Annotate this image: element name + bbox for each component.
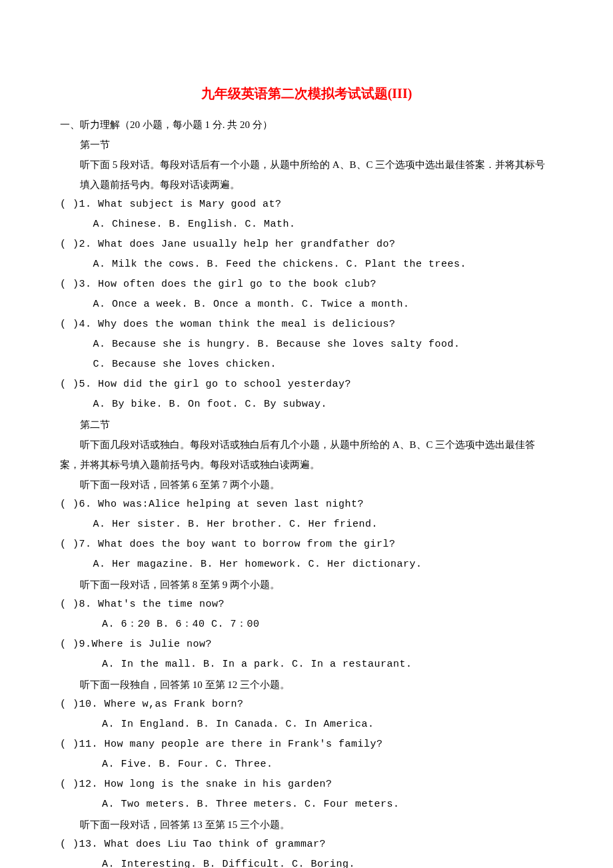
- part-1-instruction-text: 听下面 5 段对话。每段对话后有一个小题，从题中所给的 A、B、C 三个选项中选…: [80, 159, 545, 190]
- question-4: ( )4. Why does the woman think the meal …: [60, 315, 553, 335]
- question-5: ( )5. How did the girl go to school yest…: [60, 375, 553, 395]
- question-6-options: A. Her sister. B. Her brother. C. Her fr…: [60, 515, 553, 535]
- question-8: ( )8. What's the time now?: [60, 595, 553, 615]
- passage-10-12: 听下面一段独自，回答第 10 至第 12 三个小题。: [60, 675, 553, 695]
- question-9-options: A. In the mall. B. In a park. C. In a re…: [60, 655, 553, 675]
- question-13: ( )13. What does Liu Tao think of gramma…: [60, 835, 553, 855]
- question-2-options: A. Milk the cows. B. Feed the chickens. …: [60, 255, 553, 275]
- question-13-options: A. Interesting. B. Difficult. C. Boring.: [60, 855, 553, 868]
- question-12-options: A. Two meters. B. Three meters. C. Four …: [60, 795, 553, 815]
- question-1: ( )1. What subject is Mary good at?: [60, 195, 553, 215]
- question-8-options: A. 6：20 B. 6：40 C. 7：00: [60, 615, 553, 635]
- question-3: ( )3. How often does the girl go to the …: [60, 275, 553, 295]
- question-1-options: A. Chinese. B. English. C. Math.: [60, 215, 553, 235]
- exam-page: 九年级英语第二次模拟考试试题(III) 一、听力理解（20 小题，每小题 1 分…: [0, 0, 613, 868]
- question-12: ( )12. How long is the snake in his gard…: [60, 775, 553, 795]
- section-1-heading: 一、听力理解（20 小题，每小题 1 分. 共 20 分）: [60, 115, 553, 135]
- part-1-instruction: 听下面 5 段对话。每段对话后有一个小题，从题中所给的 A、B、C 三个选项中选…: [60, 155, 553, 195]
- passage-8-9: 听下面一段对话，回答第 8 至第 9 两个小题。: [60, 575, 553, 595]
- question-10: ( )10. Where w,as Frank born?: [60, 695, 553, 715]
- question-2: ( )2. What does Jane usually help her gr…: [60, 235, 553, 255]
- question-7: ( )7. What does the boy want to borrow f…: [60, 535, 553, 555]
- part-1-label: 第一节: [60, 135, 553, 155]
- question-10-options: A. In England. B. In Canada. C. In Ameri…: [60, 715, 553, 735]
- question-9: ( )9.Where is Julie now?: [60, 635, 553, 655]
- question-6: ( )6. Who was:Alice helping at seven las…: [60, 495, 553, 515]
- passage-6-7: 听下面一段对话，回答第 6 至第 7 两个小题。: [60, 475, 553, 495]
- part-2-instruction-text: 听下面几段对话或独白。每段对话或独白后有几个小题，从题中所给的 A、B、C 三个…: [60, 439, 535, 470]
- question-4-options-line-2: C. Because she loves chicken.: [60, 355, 553, 375]
- question-7-options: A. Her magazine. B. Her homework. C. Her…: [60, 555, 553, 575]
- question-5-options: A. By bike. B. On foot. C. By subway.: [60, 395, 553, 415]
- question-4-options-line-1: A. Because she is hungry. B. Because she…: [60, 335, 553, 355]
- page-title: 九年级英语第二次模拟考试试题(III): [60, 80, 553, 107]
- question-11-options: A. Five. B. Four. C. Three.: [60, 755, 553, 775]
- part-2-label: 第二节: [60, 415, 553, 435]
- passage-13-15: 听下面一段对话，回答第 13 至第 15 三个小题。: [60, 815, 553, 835]
- question-3-options: A. Once a week. B. Once a month. C. Twic…: [60, 295, 553, 315]
- part-2-instruction: 听下面几段对话或独白。每段对话或独白后有几个小题，从题中所给的 A、B、C 三个…: [60, 435, 553, 475]
- question-11: ( )11. How many people are there in Fran…: [60, 735, 553, 755]
